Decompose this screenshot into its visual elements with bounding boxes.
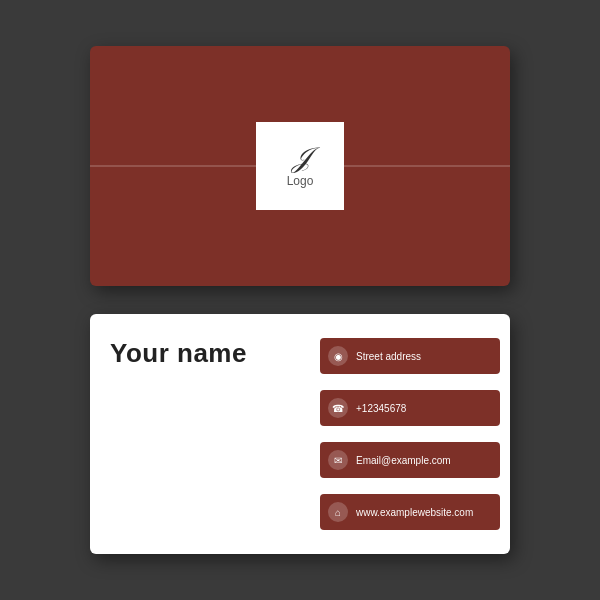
phone-row-icon: ☎	[328, 398, 348, 418]
email-row: ✉Email@example.com	[320, 442, 500, 478]
website-row: ⌂www.examplewebsite.com	[320, 494, 500, 530]
phone-row-label: +12345678	[356, 403, 406, 414]
contact-info-panel: ◉Street address☎+12345678✉Email@example.…	[310, 314, 510, 554]
logo-icon: 𝒥	[293, 144, 308, 172]
email-row-icon: ✉	[328, 450, 348, 470]
phone-row: ☎+12345678	[320, 390, 500, 426]
website-row-label: www.examplewebsite.com	[356, 507, 473, 518]
back-card: Your name ◉Street address☎+12345678✉Emai…	[90, 314, 510, 554]
email-row-label: Email@example.com	[356, 455, 451, 466]
front-card: 𝒥 Logo	[90, 46, 510, 286]
website-row-icon: ⌂	[328, 502, 348, 522]
your-name: Your name	[110, 338, 290, 369]
address-row-label: Street address	[356, 351, 421, 362]
logo-box: 𝒥 Logo	[256, 122, 344, 210]
logo-label: Logo	[287, 174, 314, 188]
card-back-left: Your name	[90, 314, 310, 554]
address-row: ◉Street address	[320, 338, 500, 374]
address-row-icon: ◉	[328, 346, 348, 366]
